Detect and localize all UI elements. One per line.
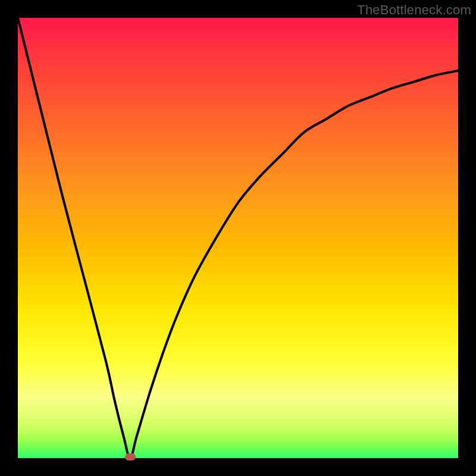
- watermark-text: TheBottleneck.com: [357, 2, 471, 18]
- chart-canvas: TheBottleneck.com: [0, 0, 476, 476]
- optimum-marker: [125, 453, 136, 461]
- chart-plot-area: [18, 18, 458, 458]
- bottleneck-curve: [18, 18, 458, 458]
